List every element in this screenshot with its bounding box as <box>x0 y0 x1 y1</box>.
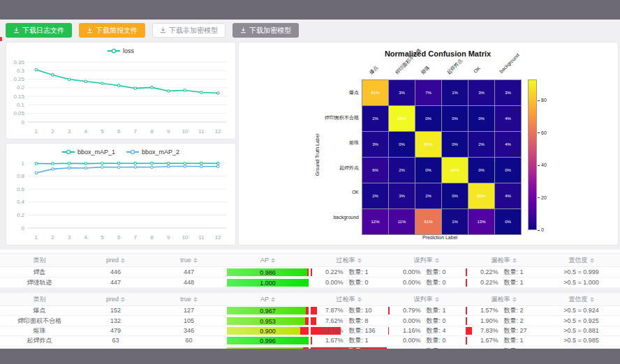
cm-cell-0-4: 3% <box>468 80 494 105</box>
button-label: 下载简报文件 <box>96 26 138 36</box>
confusion-matrix-card: Normalized Confusion Matrix Ground Truth… <box>238 42 619 245</box>
class-name: 熔珠 <box>0 328 79 334</box>
sort-caret-icon[interactable] <box>271 297 275 302</box>
column-header-7[interactable]: 置信度 <box>542 295 620 304</box>
svg-text:11: 11 <box>198 128 205 135</box>
pct-bar-track: 0.79%数量: 1 <box>388 307 464 314</box>
ap-bar-track: 0.967 <box>227 307 309 314</box>
pct-bar-track: 0.00%数量: 0 <box>388 279 464 287</box>
column-header-4[interactable]: 过检率 <box>310 256 388 265</box>
download-report-file-button[interactable]: 下载简报文件 <box>79 23 145 38</box>
pct-value: 0.00%数量: 0 <box>311 279 387 287</box>
column-header-0: 类别 <box>0 295 79 304</box>
column-header-label: 类别 <box>34 295 46 304</box>
miss-detect-cell: 0.22%数量: 1 <box>465 279 542 287</box>
column-header-label: 类别 <box>34 256 46 265</box>
svg-text:0.2: 0.2 <box>17 212 25 218</box>
svg-text:4: 4 <box>84 128 88 135</box>
column-header-6[interactable]: 漏检率 <box>465 256 542 265</box>
legend-marker <box>108 48 120 54</box>
sort-caret-icon[interactable] <box>121 258 125 263</box>
map-chart: 00.20.40.60.81123456789101112 <box>7 156 235 246</box>
column-header-3[interactable]: AP <box>226 257 310 264</box>
pct-value: 7.83%数量: 27 <box>466 327 542 335</box>
pct-value: 7.62%数量: 8 <box>311 317 387 325</box>
ap-value: 0.996 <box>227 338 309 344</box>
ap-bar-track: 0.900 <box>227 327 309 335</box>
pct-bar-track: 7.62%数量: 8 <box>311 317 387 325</box>
pct-text: 1.16% <box>390 327 421 335</box>
ap-value: 0.953 <box>227 318 309 325</box>
pct-text: 7.83% <box>468 327 499 335</box>
column-header-7[interactable]: 置信度 <box>542 256 620 265</box>
sort-caret-icon[interactable] <box>357 297 362 302</box>
colorbar-tick-mark <box>538 165 540 166</box>
pct-bar-track: 39.42%数量: 136 <box>311 327 387 335</box>
pct-text: 7.62% <box>313 317 344 325</box>
svg-text:10: 10 <box>182 234 188 241</box>
svg-text:10: 10 <box>182 128 188 135</box>
svg-text:0.15: 0.15 <box>13 93 24 100</box>
sort-caret-icon[interactable] <box>271 258 275 263</box>
column-header-2[interactable]: true <box>152 257 226 264</box>
colorbar-tick-label: 40 <box>541 162 547 167</box>
sort-caret-icon[interactable] <box>357 258 362 263</box>
class-name: 焊缝轨迹 <box>0 280 79 286</box>
cm-row-label: background <box>285 215 359 220</box>
column-header-1[interactable]: pred <box>79 296 152 303</box>
column-header-label: pred <box>106 257 119 264</box>
sort-caret-icon[interactable] <box>590 297 594 302</box>
count-text: 数量: 2 <box>504 307 540 314</box>
sort-caret-icon[interactable] <box>512 297 517 302</box>
column-header-2[interactable]: true <box>152 296 226 303</box>
count-text: 数量: 0 <box>427 279 463 287</box>
count-text: 数量: 10 <box>349 307 385 314</box>
pct-bar-track: 1.67%数量: 1 <box>311 337 387 344</box>
column-header-6[interactable]: 漏检率 <box>465 295 542 304</box>
count-text: 数量: 0 <box>427 317 463 325</box>
download-encrypted-model-button[interactable]: 下载加密模型 <box>232 23 299 38</box>
sort-caret-icon[interactable] <box>435 297 439 302</box>
legend-label: bbox_mAP_2 <box>142 149 179 156</box>
true-value: 346 <box>152 328 226 334</box>
column-header-4[interactable]: 过检率 <box>310 295 388 304</box>
miss-detect-cell: 7.83%数量: 27 <box>465 327 542 335</box>
pct-value: 1.57%数量: 2 <box>466 307 542 314</box>
column-header-5[interactable]: 误判率 <box>388 256 465 265</box>
misjudge-cell: 1.16%数量: 4 <box>388 327 465 335</box>
sort-caret-icon[interactable] <box>193 258 198 263</box>
svg-text:11: 11 <box>198 234 205 241</box>
cm-cell-4-4: 89% <box>468 183 494 208</box>
legend-item-loss[interactable]: loss <box>108 47 134 54</box>
sort-caret-icon[interactable] <box>121 297 125 302</box>
bottom-bar <box>0 349 620 364</box>
svg-text:0.35: 0.35 <box>13 59 24 66</box>
sort-caret-icon[interactable] <box>193 297 198 302</box>
count-text: 数量: 136 <box>349 327 385 335</box>
column-header-label: 过检率 <box>337 295 355 304</box>
ap-bar-track: 0.953 <box>227 317 309 325</box>
pct-value: 0.79%数量: 1 <box>388 307 464 314</box>
sort-caret-icon[interactable] <box>590 258 594 263</box>
count-text: 数量: 1 <box>504 279 540 287</box>
sort-caret-icon[interactable] <box>435 258 439 263</box>
true-value: 447 <box>152 269 226 275</box>
column-header-3[interactable]: AP <box>226 296 310 303</box>
download-log-file-button[interactable]: 下载日志文件 <box>6 23 72 38</box>
download-plain-model-button[interactable]: 下载非加密模型 <box>152 23 226 38</box>
over-detect-cell: 7.62%数量: 8 <box>310 317 388 325</box>
legend-item-bbox_mAP_1[interactable]: bbox_mAP_1 <box>62 149 115 156</box>
sort-caret-icon[interactable] <box>512 258 517 263</box>
column-header-5[interactable]: 误判率 <box>388 295 465 304</box>
legend-item-bbox_mAP_2[interactable]: bbox_mAP_2 <box>126 149 179 156</box>
top-bar <box>0 0 620 20</box>
pred-value: 132 <box>79 318 152 324</box>
confidence-value: >0.5 = 0.925 <box>542 318 620 324</box>
pct-value: 1.67%数量: 1 <box>311 337 387 344</box>
column-header-1[interactable]: pred <box>79 257 152 264</box>
table-row: 熔珠4793460.90039.42%数量: 1361.16%数量: 47.83… <box>0 326 620 336</box>
pct-bar-track: 0.00%数量: 0 <box>388 337 464 344</box>
miss-detect-cell: 0.22%数量: 1 <box>465 268 542 276</box>
pct-value: 0.22%数量: 1 <box>311 268 387 276</box>
count-text: 数量: 1 <box>504 337 540 344</box>
